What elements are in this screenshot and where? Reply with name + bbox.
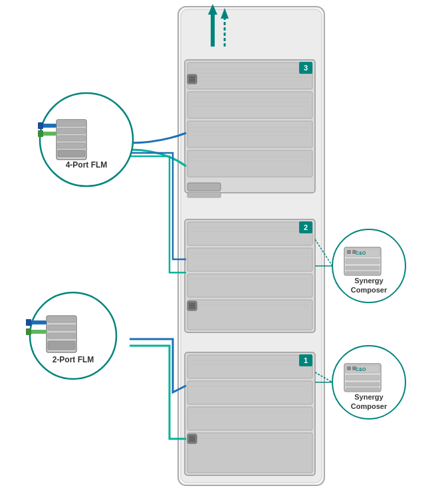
composer1-label-line2: Composer (351, 402, 388, 410)
svg-rect-77 (346, 259, 380, 264)
svg-rect-23 (189, 76, 195, 82)
svg-rect-84 (346, 375, 380, 380)
flm2-label: 2-Port FLM (53, 355, 94, 364)
svg-rect-41 (187, 407, 312, 430)
svg-rect-81 (352, 250, 356, 254)
svg-rect-68 (48, 325, 75, 330)
enclosure-2: 2 (185, 219, 315, 332)
svg-rect-27 (187, 274, 312, 297)
composer2-label-line1: Synergy (354, 277, 384, 285)
svg-rect-25 (187, 222, 312, 245)
svg-rect-86 (346, 388, 380, 392)
svg-rect-26 (187, 248, 312, 271)
diagram-container: 3 2 (0, 0, 448, 492)
svg-rect-20 (187, 192, 221, 197)
svg-rect-59 (58, 136, 85, 141)
svg-rect-3 (187, 62, 312, 89)
composer1-brand: C&O (356, 367, 366, 372)
slot3-label: 3 (304, 64, 308, 72)
svg-rect-65 (38, 130, 43, 137)
svg-rect-39 (187, 355, 312, 378)
svg-rect-61 (58, 150, 85, 157)
svg-rect-74 (26, 328, 31, 335)
svg-rect-85 (346, 382, 380, 386)
svg-rect-57 (58, 121, 85, 126)
svg-rect-50 (189, 435, 195, 442)
svg-rect-4 (187, 92, 312, 118)
composer2-brand: C&O (356, 251, 366, 255)
svg-rect-79 (346, 271, 380, 275)
svg-rect-80 (347, 250, 351, 254)
svg-rect-5 (187, 121, 312, 148)
svg-rect-6 (187, 150, 312, 177)
svg-rect-58 (58, 128, 85, 134)
slot1-label: 1 (304, 356, 308, 364)
svg-rect-70 (48, 341, 75, 350)
svg-rect-72 (26, 319, 31, 326)
enclosure-3: 3 (185, 60, 315, 197)
svg-rect-78 (346, 266, 380, 270)
flm4-label: 4-Port FLM (66, 160, 108, 170)
svg-rect-40 (187, 381, 312, 404)
svg-rect-63 (38, 122, 43, 129)
composer1-label-line1: Synergy (354, 393, 384, 401)
svg-rect-67 (48, 317, 75, 322)
svg-rect-87 (347, 366, 351, 370)
svg-rect-42 (187, 433, 312, 473)
enclosure-1: 1 (185, 352, 315, 475)
svg-rect-28 (187, 300, 312, 330)
svg-rect-69 (48, 333, 75, 338)
svg-rect-88 (352, 366, 356, 370)
svg-rect-19 (187, 183, 221, 191)
svg-rect-37 (189, 303, 195, 309)
slot2-label: 2 (304, 223, 308, 231)
composer2-label-line2: Composer (351, 286, 388, 294)
svg-rect-60 (58, 143, 85, 148)
